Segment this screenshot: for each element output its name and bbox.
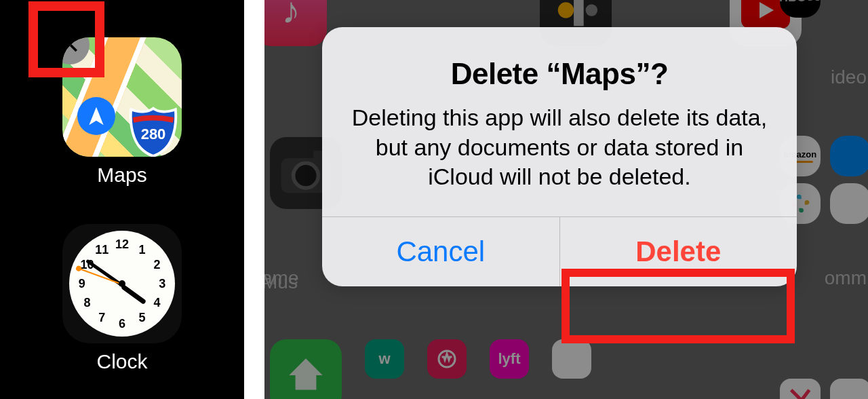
alert-message: Deleting this app will also delete its d… <box>347 103 772 192</box>
app-slot-maps[interactable]: 280 ✕ Maps <box>47 37 197 187</box>
maps-app-icon[interactable]: 280 ✕ <box>62 37 182 157</box>
bg-label-camera: ame <box>264 267 298 289</box>
app-label-maps: Maps <box>47 164 197 187</box>
home-screen-jiggle: 280 ✕ Maps 12 1 2 3 4 5 6 7 <box>0 0 244 399</box>
close-icon: ✕ <box>62 37 81 60</box>
route-shield-icon: 280 <box>127 105 180 157</box>
delete-app-badge[interactable]: ✕ <box>62 37 90 64</box>
svg-point-0 <box>558 2 574 18</box>
clock-app-icon[interactable]: 12 1 2 3 4 5 6 7 8 9 10 11 <box>62 224 182 343</box>
bg-label-community: omm <box>825 267 867 289</box>
cancel-button[interactable]: Cancel <box>322 217 559 286</box>
app-slot-clock[interactable]: 12 1 2 3 4 5 6 7 8 9 10 11 Clock <box>47 224 197 373</box>
svg-point-2 <box>586 4 598 16</box>
app-label-clock: Clock <box>47 350 197 373</box>
delete-confirmation-screen: ♪ HBOGO <box>264 0 868 399</box>
navigation-arrow-icon <box>77 97 115 135</box>
panel-divider <box>244 0 264 399</box>
alert-title: Delete “Maps”? <box>347 57 772 91</box>
svg-point-5 <box>294 163 319 188</box>
delete-app-alert: Delete “Maps”? Deleting this app will al… <box>322 27 797 286</box>
svg-rect-1 <box>574 0 584 26</box>
route-number: 280 <box>127 126 180 143</box>
clock-face-icon: 12 1 2 3 4 5 6 7 8 9 10 11 <box>69 231 175 337</box>
delete-button[interactable]: Delete <box>559 217 797 286</box>
bg-label-video: ideo <box>831 66 867 88</box>
